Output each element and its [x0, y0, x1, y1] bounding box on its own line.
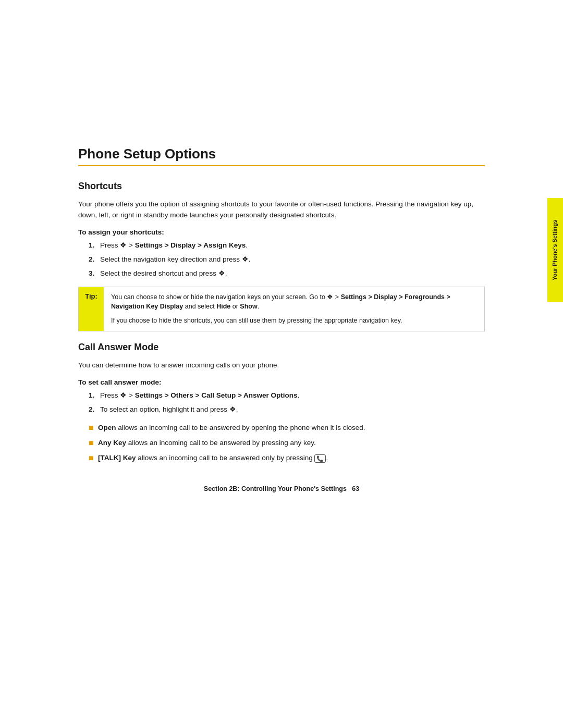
call-step-2: 2. To select an option, highlight it and… — [89, 404, 485, 415]
bullet-dot-2: ■ — [89, 437, 98, 449]
title-underline — [78, 165, 485, 166]
content-area: Phone Setup Options Shortcuts Your phone… — [26, 0, 537, 524]
bullet-open: ■ Open allows an incoming call to be ans… — [89, 423, 485, 434]
bullet-talk-key-bold: [TALK] Key — [98, 454, 136, 462]
bullet-open-bold: Open — [98, 424, 116, 431]
shortcuts-section: Shortcuts Your phone offers you the opti… — [78, 181, 485, 331]
bullet-talk-key-content: [TALK] Key allows an incoming call to be… — [98, 453, 485, 464]
step-3-num: 3. — [89, 268, 100, 279]
side-tab: Your Phone's Settings — [547, 198, 563, 302]
call-step-2-content: To select an option, highlight it and pr… — [100, 404, 485, 415]
call-answer-section: Call Answer Mode You can determine how t… — [78, 342, 485, 464]
shortcuts-body: Your phone offers you the option of assi… — [78, 199, 485, 221]
call-answer-heading: Call Answer Mode — [78, 342, 485, 353]
footer-text: Section 2B: Controlling Your Phone's Set… — [204, 485, 347, 492]
call-step-1-bold: Settings > Others > Call Setup > Answer … — [135, 391, 298, 399]
talk-key-icon: 📞 — [314, 454, 326, 463]
footer-page: 63 — [352, 485, 359, 492]
call-answer-steps-list: 1. Press ❖ > Settings > Others > Call Se… — [89, 390, 485, 415]
page-wrapper: Your Phone's Settings Phone Setup Option… — [0, 0, 563, 728]
shortcuts-steps-list: 1. Press ❖ > Settings > Display > Assign… — [89, 240, 485, 279]
page-footer: Section 2B: Controlling Your Phone's Set… — [78, 485, 485, 492]
shortcuts-sub-heading: To assign your shortcuts: — [78, 228, 485, 236]
tip-show: Show — [240, 303, 257, 310]
tip-box: Tip: You can choose to show or hide the … — [78, 287, 485, 331]
step-2: 2. Select the navigation key direction a… — [89, 254, 485, 265]
call-nav-sym-2: ❖ — [229, 405, 236, 413]
call-step-1-num: 1. — [89, 390, 100, 401]
page-title: Phone Setup Options — [78, 146, 485, 162]
bullet-any-key: ■ Any Key allows an incoming call to be … — [89, 438, 485, 449]
tip-content: You can choose to show or hide the navig… — [104, 287, 484, 331]
tip-nav-sym: ❖ — [327, 293, 333, 301]
tip-bold-path: Settings > Display > Foregrounds > Navig… — [111, 293, 450, 311]
step-1-num: 1. — [89, 240, 100, 251]
tip-para-2: If you choose to hide the shortcuts, you… — [111, 316, 477, 326]
step-2-num: 2. — [89, 254, 100, 265]
nav-sym-3: ❖ — [218, 269, 225, 277]
side-tab-label: Your Phone's Settings — [552, 220, 558, 280]
call-step-2-num: 2. — [89, 404, 100, 415]
call-answer-body: You can determine how to answer incoming… — [78, 360, 485, 371]
bullet-any-key-bold: Any Key — [98, 439, 126, 447]
bullet-talk-key: ■ [TALK] Key allows an incoming call to … — [89, 453, 485, 464]
nav-sym-1: ❖ — [120, 241, 127, 249]
nav-sym-2: ❖ — [242, 255, 249, 263]
bullet-dot-3: ■ — [89, 452, 98, 464]
call-answer-sub-heading: To set call answer mode: — [78, 378, 485, 386]
tip-hide: Hide — [216, 303, 230, 310]
step-1-bold: Settings > Display > Assign Keys — [135, 241, 246, 249]
bullet-any-key-content: Any Key allows an incoming call to be an… — [98, 438, 485, 449]
step-1-content: Press ❖ > Settings > Display > Assign Ke… — [100, 240, 485, 251]
tip-para-1: You can choose to show or hide the navig… — [111, 292, 477, 312]
step-3: 3. Select the desired shortcut and press… — [89, 268, 485, 279]
step-2-content: Select the navigation key direction and … — [100, 254, 485, 265]
bullet-dot-1: ■ — [89, 422, 98, 434]
tip-label: Tip: — [79, 287, 104, 331]
shortcuts-heading: Shortcuts — [78, 181, 485, 192]
call-step-1: 1. Press ❖ > Settings > Others > Call Se… — [89, 390, 485, 401]
step-1: 1. Press ❖ > Settings > Display > Assign… — [89, 240, 485, 251]
call-answer-bullet-list: ■ Open allows an incoming call to be ans… — [89, 423, 485, 464]
bullet-open-content: Open allows an incoming call to be answe… — [98, 423, 485, 434]
step-3-content: Select the desired shortcut and press ❖. — [100, 268, 485, 279]
call-step-1-content: Press ❖ > Settings > Others > Call Setup… — [100, 390, 485, 401]
call-nav-sym-1: ❖ — [120, 391, 127, 399]
